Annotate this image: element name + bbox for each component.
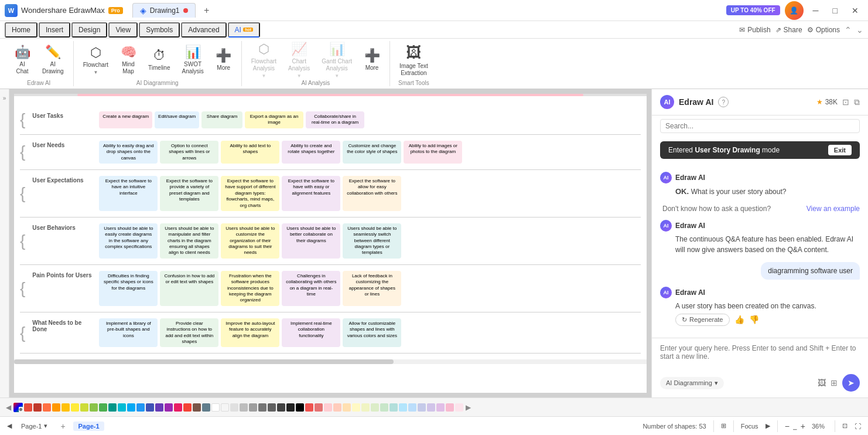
maximize-button[interactable]: □ (828, 5, 842, 16)
color-swatch-lightgreen[interactable] (90, 403, 98, 412)
color-swatch-darkergrey[interactable] (268, 403, 276, 412)
ai-mode-selector[interactable]: AI Diagramming ▾ (660, 377, 724, 389)
card-edit-diagram[interactable]: Edit/save diagram (155, 111, 199, 128)
send-button[interactable]: ➤ (842, 374, 860, 392)
menu-design[interactable]: Design (71, 22, 107, 38)
color-swatch-offwhite[interactable] (221, 403, 229, 412)
color-swatch-darkgrey[interactable] (258, 403, 266, 412)
card-diagram-types[interactable]: Expect the software to have support of d… (221, 176, 279, 211)
color-swatch-green[interactable] (99, 403, 107, 412)
color-swatch-red3[interactable] (305, 403, 313, 412)
ribbon-ai-drawing[interactable]: ✏️ AIDrawing (37, 43, 69, 76)
zoom-in-button[interactable]: + (801, 422, 805, 431)
card-create-diagram[interactable]: Create a new diagram (99, 111, 152, 128)
color-swatch-medgrey[interactable] (249, 403, 257, 412)
menu-insert[interactable]: Insert (39, 22, 70, 38)
color-swatch-palecornflower[interactable] (408, 403, 416, 412)
card-instructions[interactable]: Provide clear instructions on how to add… (160, 318, 218, 348)
color-swatch-blue[interactable] (136, 403, 145, 412)
color-swatch-deeppurple[interactable] (155, 403, 163, 412)
color-swatch-black[interactable] (296, 403, 304, 412)
page-tab-1[interactable]: Page-1 ▾ (16, 421, 52, 431)
card-collab-expect[interactable]: Expect the software to allow for easy co… (343, 176, 401, 211)
canvas-area[interactable]: { User Tasks Create a new diagram Edit/s… (9, 89, 868, 397)
color-swatch-brown[interactable] (193, 403, 201, 412)
card-add-text[interactable]: Ability to add text to shapes (221, 141, 279, 164)
card-add-edit-text[interactable]: Confusion in how to add or edit text wit… (160, 271, 218, 306)
color-swatch-palered[interactable] (324, 403, 332, 412)
color-swatch-indigo[interactable] (146, 403, 154, 412)
panel-detach-button[interactable]: ⧉ (854, 97, 860, 107)
card-intuitive[interactable]: Expect the software to have an intuitive… (99, 176, 158, 211)
color-swatch-paleindigo[interactable] (418, 403, 426, 412)
card-share-diagram[interactable]: Share diagram (201, 111, 242, 128)
menu-view[interactable]: View (108, 22, 138, 38)
add-page-button[interactable]: + (57, 420, 69, 432)
card-templates[interactable]: Expect the software to provide a variety… (160, 176, 218, 211)
ribbon-more-1[interactable]: ➕ More (211, 43, 237, 76)
color-swatch-palepink[interactable] (446, 403, 454, 412)
card-collaborate[interactable]: Collaborate/share in real-time on a diag… (306, 111, 364, 128)
card-add-images[interactable]: Ability to add images or photos to the d… (404, 141, 462, 164)
image-upload-button[interactable]: 🖼 (818, 378, 826, 388)
menu-home[interactable]: Home (5, 22, 37, 38)
canvas-inner[interactable]: { User Tasks Create a new diagram Edit/s… (14, 94, 647, 393)
share-button[interactable]: ⇗ Share (775, 26, 802, 34)
color-swatch-purple[interactable] (165, 403, 173, 412)
color-swatch-paleviolet[interactable] (427, 403, 435, 412)
color-swatch-palelime[interactable] (361, 403, 370, 412)
full-screen-icon[interactable]: ⛶ (855, 423, 861, 430)
color-swatch-paleblue[interactable] (399, 403, 407, 412)
thumbs-up-button[interactable]: 👍 (734, 315, 744, 324)
color-swatch-palerosy[interactable] (455, 403, 463, 412)
ai-search-input[interactable] (660, 119, 860, 133)
card-collaborate-diagrams[interactable]: Users should be able to better collabora… (282, 223, 340, 259)
color-swatch-darkred[interactable] (33, 403, 42, 412)
exit-mode-button[interactable]: Exit (828, 145, 852, 155)
ribbon-mind-map[interactable]: 🧠 MindMap (115, 43, 141, 76)
add-tab-button[interactable]: + (200, 4, 213, 17)
color-swatch-charcoal[interactable] (277, 403, 285, 412)
card-finding-shapes[interactable]: Difficulties in finding specific shapes … (99, 271, 158, 306)
ribbon-swot[interactable]: 📊 SWOTAnalysis (177, 43, 208, 76)
menu-symbols[interactable]: Symbols (139, 22, 180, 38)
ribbon-more-2[interactable]: ➕ More (359, 43, 385, 76)
card-switch-templates[interactable]: Users should be able to seamlessly switc… (343, 223, 401, 259)
discount-badge[interactable]: UP TO 40% OFF (726, 5, 780, 15)
card-auto-layout[interactable]: Improve the auto-layout feature to accur… (221, 318, 279, 348)
panel-expand-button[interactable]: ⊡ (842, 97, 849, 107)
menu-advanced[interactable]: Advanced (181, 22, 226, 38)
color-swatch-amber[interactable] (61, 403, 70, 412)
color-swatch-nearblack[interactable] (286, 403, 295, 412)
view-example-link[interactable]: View an example (807, 205, 860, 213)
card-color-style[interactable]: Customize and change the color style of … (343, 141, 401, 164)
publish-button[interactable]: ✉ Publish (739, 26, 770, 34)
card-rotate-shapes[interactable]: Ability to create and rotate shapes toge… (282, 141, 340, 164)
sidebar-collapse-button[interactable]: » (0, 89, 9, 397)
color-swatch-salmon[interactable] (43, 403, 51, 412)
document-tab[interactable]: ◈ Drawing1 (132, 3, 196, 18)
zoom-slider[interactable]: ⎯ (793, 423, 797, 430)
ribbon-image-extraction[interactable]: 🖼 Image TextExtraction (395, 43, 433, 76)
page-nav-left[interactable]: ◀ (7, 422, 12, 430)
user-avatar[interactable]: 👤 (785, 1, 804, 20)
color-swatch-cyan[interactable] (118, 403, 126, 412)
color-right-arrow[interactable]: ▶ (464, 403, 472, 412)
card-collab-challenges[interactable]: Challenges in collaborating with others … (282, 271, 340, 306)
color-swatch-bluegrey[interactable] (202, 403, 210, 412)
canvas-scrollbar[interactable] (14, 359, 647, 364)
color-swatch-teal[interactable] (108, 403, 117, 412)
color-swatch-paleteal[interactable] (389, 403, 398, 412)
page-tab-current[interactable]: Page-1 (73, 422, 104, 431)
color-swatch-lightgrey[interactable] (230, 403, 238, 412)
color-swatch-white[interactable] (211, 403, 220, 412)
canvas-background[interactable]: { User Tasks Create a new diagram Edit/s… (9, 89, 651, 397)
card-inconsistencies[interactable]: Frustration when the software produces i… (221, 271, 279, 306)
minimize-button[interactable]: ─ (808, 5, 823, 16)
color-swatch-lightblue[interactable] (127, 403, 135, 412)
zoom-out-button[interactable]: − (785, 422, 790, 431)
regenerate-button[interactable]: ↻ Regenerate (675, 314, 730, 326)
thumbs-down-button[interactable]: 👎 (749, 315, 759, 324)
color-swatch-paleyellow[interactable] (343, 403, 351, 412)
expand-button[interactable]: ⌃ (845, 25, 852, 35)
